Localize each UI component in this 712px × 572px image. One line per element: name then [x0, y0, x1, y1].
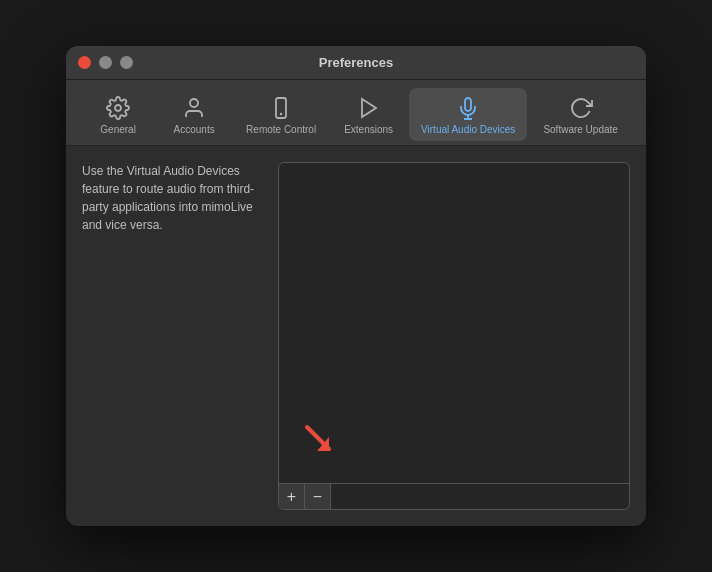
- software-update-icon: [567, 94, 595, 122]
- svg-point-1: [190, 99, 198, 107]
- close-button[interactable]: [78, 56, 91, 69]
- tab-remote-label: Remote Control: [246, 124, 316, 135]
- virtual-audio-panel: + −: [278, 162, 630, 510]
- tab-remote-control[interactable]: Remote Control: [234, 88, 328, 141]
- tab-accounts[interactable]: Accounts: [158, 88, 230, 141]
- tab-virtual-audio[interactable]: Virtual Audio Devices: [409, 88, 527, 141]
- svg-marker-4: [362, 99, 376, 117]
- title-bar: Preferences: [66, 46, 646, 80]
- content-area: Use the Virtual Audio Devices feature to…: [66, 146, 646, 526]
- tab-virtual-audio-label: Virtual Audio Devices: [421, 124, 515, 135]
- preferences-window: Preferences General Accounts: [66, 46, 646, 526]
- svg-point-0: [115, 105, 121, 111]
- tab-general-label: General: [100, 124, 136, 135]
- tab-extensions-label: Extensions: [344, 124, 393, 135]
- maximize-button[interactable]: [120, 56, 133, 69]
- accounts-icon: [180, 94, 208, 122]
- tab-software-update-label: Software Update: [543, 124, 618, 135]
- toolbar: General Accounts Remote Control: [66, 80, 646, 146]
- panel-footer: + −: [279, 483, 629, 509]
- add-device-button[interactable]: +: [279, 484, 305, 510]
- gear-icon: [104, 94, 132, 122]
- extensions-icon: [355, 94, 383, 122]
- tab-software-update[interactable]: Software Update: [531, 88, 630, 141]
- tab-general[interactable]: General: [82, 88, 154, 141]
- tab-accounts-label: Accounts: [174, 124, 215, 135]
- remove-device-button[interactable]: −: [305, 484, 331, 510]
- tab-extensions[interactable]: Extensions: [332, 88, 405, 141]
- window-title: Preferences: [319, 55, 393, 70]
- virtual-audio-icon: [454, 94, 482, 122]
- minimize-button[interactable]: [99, 56, 112, 69]
- arrow-indicator: [299, 419, 339, 463]
- device-list: [279, 163, 629, 483]
- window-controls: [78, 56, 133, 69]
- description-text: Use the Virtual Audio Devices feature to…: [82, 162, 262, 510]
- remote-control-icon: [267, 94, 295, 122]
